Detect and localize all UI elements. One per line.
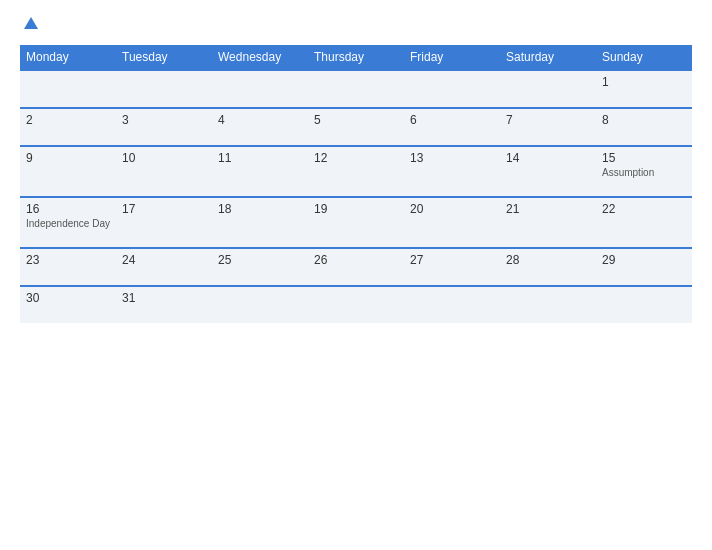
calendar-cell: 12: [308, 146, 404, 197]
calendar-body: 123456789101112131415Assumption16Indepen…: [20, 70, 692, 323]
day-number: 4: [218, 113, 302, 127]
calendar-cell: [116, 70, 212, 108]
day-number: 15: [602, 151, 686, 165]
calendar-cell: 24: [116, 248, 212, 286]
calendar-cell: 15Assumption: [596, 146, 692, 197]
day-number: 26: [314, 253, 398, 267]
day-number: 2: [26, 113, 110, 127]
day-number: 27: [410, 253, 494, 267]
day-number: 9: [26, 151, 110, 165]
day-number: 25: [218, 253, 302, 267]
calendar-cell: 30: [20, 286, 116, 323]
day-number: 1: [602, 75, 686, 89]
day-number: 30: [26, 291, 110, 305]
week-row-3: 9101112131415Assumption: [20, 146, 692, 197]
calendar-header: [20, 15, 692, 33]
calendar-cell: 8: [596, 108, 692, 146]
day-number: 21: [506, 202, 590, 216]
calendar-cell: 28: [500, 248, 596, 286]
weekday-row: MondayTuesdayWednesdayThursdayFridaySatu…: [20, 45, 692, 70]
day-event: Independence Day: [26, 218, 110, 229]
svg-marker-0: [24, 17, 38, 29]
week-row-2: 2345678: [20, 108, 692, 146]
calendar-cell: [212, 286, 308, 323]
calendar-cell: [308, 286, 404, 323]
calendar-cell: [404, 70, 500, 108]
day-number: 7: [506, 113, 590, 127]
calendar-cell: 23: [20, 248, 116, 286]
weekday-wednesday: Wednesday: [212, 45, 308, 70]
day-number: 11: [218, 151, 302, 165]
day-number: 19: [314, 202, 398, 216]
logo: [20, 15, 40, 33]
calendar-cell: 16Independence Day: [20, 197, 116, 248]
day-number: 6: [410, 113, 494, 127]
calendar-cell: [212, 70, 308, 108]
week-row-1: 1: [20, 70, 692, 108]
calendar-cell: 1: [596, 70, 692, 108]
calendar-cell: [500, 70, 596, 108]
calendar-cell: 22: [596, 197, 692, 248]
day-number: 12: [314, 151, 398, 165]
day-number: 23: [26, 253, 110, 267]
calendar-cell: 2: [20, 108, 116, 146]
calendar-cell: 31: [116, 286, 212, 323]
calendar-cell: 5: [308, 108, 404, 146]
calendar-cell: 17: [116, 197, 212, 248]
day-number: 31: [122, 291, 206, 305]
weekday-monday: Monday: [20, 45, 116, 70]
calendar-cell: 9: [20, 146, 116, 197]
weekday-tuesday: Tuesday: [116, 45, 212, 70]
calendar-cell: 3: [116, 108, 212, 146]
calendar-cell: 18: [212, 197, 308, 248]
weekday-sunday: Sunday: [596, 45, 692, 70]
week-row-5: 23242526272829: [20, 248, 692, 286]
calendar-cell: [500, 286, 596, 323]
day-number: 28: [506, 253, 590, 267]
calendar-cell: 19: [308, 197, 404, 248]
day-number: 16: [26, 202, 110, 216]
day-number: 10: [122, 151, 206, 165]
day-number: 18: [218, 202, 302, 216]
calendar-cell: 7: [500, 108, 596, 146]
calendar-cell: 11: [212, 146, 308, 197]
calendar-cell: [404, 286, 500, 323]
calendar-cell: [596, 286, 692, 323]
calendar-cell: 25: [212, 248, 308, 286]
calendar-cell: 4: [212, 108, 308, 146]
calendar-page: MondayTuesdayWednesdayThursdayFridaySatu…: [0, 0, 712, 550]
calendar-cell: 29: [596, 248, 692, 286]
calendar-table: MondayTuesdayWednesdayThursdayFridaySatu…: [20, 45, 692, 323]
calendar-cell: [20, 70, 116, 108]
day-event: Assumption: [602, 167, 686, 178]
calendar-cell: 21: [500, 197, 596, 248]
day-number: 13: [410, 151, 494, 165]
week-row-4: 16Independence Day171819202122: [20, 197, 692, 248]
calendar-cell: 14: [500, 146, 596, 197]
calendar-cell: 6: [404, 108, 500, 146]
calendar-cell: 27: [404, 248, 500, 286]
weekday-thursday: Thursday: [308, 45, 404, 70]
week-row-6: 3031: [20, 286, 692, 323]
calendar-cell: 13: [404, 146, 500, 197]
calendar-cell: 10: [116, 146, 212, 197]
day-number: 8: [602, 113, 686, 127]
calendar-header-row: MondayTuesdayWednesdayThursdayFridaySatu…: [20, 45, 692, 70]
calendar-cell: 20: [404, 197, 500, 248]
day-number: 29: [602, 253, 686, 267]
day-number: 3: [122, 113, 206, 127]
calendar-cell: 26: [308, 248, 404, 286]
calendar-cell: [308, 70, 404, 108]
day-number: 5: [314, 113, 398, 127]
day-number: 20: [410, 202, 494, 216]
day-number: 14: [506, 151, 590, 165]
day-number: 22: [602, 202, 686, 216]
day-number: 17: [122, 202, 206, 216]
logo-icon: [22, 15, 40, 33]
weekday-saturday: Saturday: [500, 45, 596, 70]
weekday-friday: Friday: [404, 45, 500, 70]
day-number: 24: [122, 253, 206, 267]
